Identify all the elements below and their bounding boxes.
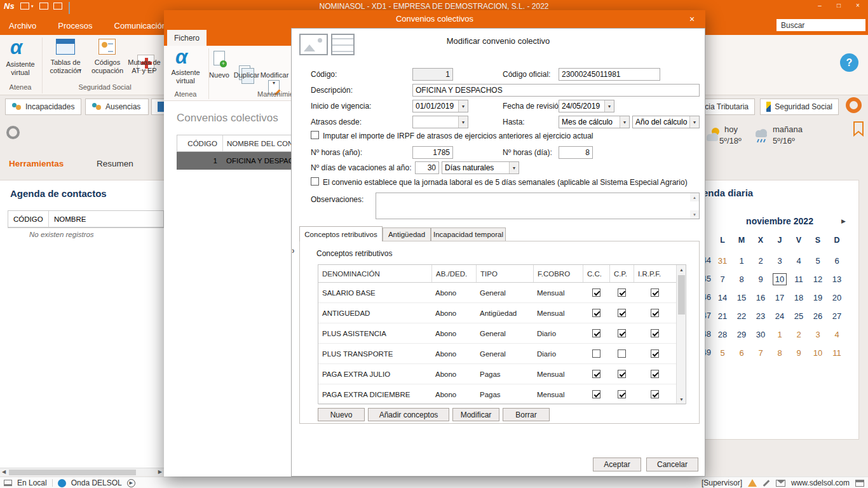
calendar-day[interactable]: 4 [827, 325, 846, 344]
tab-antiguedad[interactable]: Antigüedad [383, 227, 431, 241]
vacaciones-tipo-dropdown[interactable]: Días naturales ▾ [442, 161, 519, 174]
calendar-day[interactable]: 10 [770, 270, 789, 288]
cc-checkbox[interactable] [592, 390, 600, 398]
scrollbar-thumb[interactable] [678, 275, 685, 315]
caret-down-icon[interactable]: ▾ [689, 116, 699, 128]
asistente-virtual-button[interactable]: Asistente virtual [165, 69, 206, 85]
cc-checkbox[interactable] [592, 349, 600, 358]
calendar-day[interactable]: 24 [770, 307, 789, 325]
warning-icon[interactable] [748, 479, 757, 487]
calendar-day[interactable]: 2 [789, 325, 808, 344]
calendar-day[interactable]: 8 [732, 270, 751, 288]
scroll-left-icon[interactable]: ◀ [2, 469, 6, 475]
tab-incapacidad-temporal[interactable]: Incapacidad temporal [431, 227, 506, 241]
jornada-checkbox[interactable] [311, 177, 319, 186]
calendar-day[interactable]: 25 [789, 307, 808, 325]
onda-delsol-label[interactable]: Onda DELSOL [71, 478, 122, 487]
column-codigo[interactable]: CÓDIGO [177, 135, 223, 151]
calendar-day[interactable]: 12 [808, 270, 827, 288]
calendar-day[interactable]: 14 [713, 288, 732, 307]
asistente-virtual-button[interactable]: Asistente virtual [1, 60, 39, 77]
ausencias-button[interactable]: Ausencias [85, 98, 149, 115]
mutuas-button[interactable]: Mutuas de AT y EP [125, 58, 164, 75]
vacaciones-field[interactable]: 30 [415, 161, 439, 174]
calendar-day[interactable]: 22 [732, 307, 751, 325]
calendar-day[interactable]: 5 [808, 252, 827, 270]
horas-ano-field[interactable]: 1785 [412, 146, 453, 159]
irpf-checkbox[interactable] [651, 309, 659, 317]
column-ab-ded[interactable]: AB./DED. [431, 265, 476, 282]
pencil-icon[interactable] [763, 480, 770, 487]
menu-item[interactable]: Procesos [58, 21, 92, 30]
horizontal-scrollbar[interactable]: ◀ ▶ [0, 468, 164, 476]
incapacidades-button[interactable]: Incapacidades [5, 98, 81, 115]
imputar-checkbox[interactable] [311, 131, 319, 139]
calendar-day[interactable]: 21 [713, 307, 732, 325]
scrollbar-thumb[interactable] [9, 470, 136, 475]
atrasos-dropdown[interactable]: ▾ [412, 116, 468, 128]
print-icon[interactable] [855, 480, 864, 487]
calendar-day[interactable]: 6 [827, 252, 846, 270]
calendar-day[interactable]: 11 [827, 344, 846, 362]
calendar-day[interactable]: 18 [789, 288, 808, 307]
close-button[interactable]: × [849, 0, 867, 10]
minimize-button[interactable]: – [811, 0, 829, 10]
calendar-day[interactable]: 3 [770, 252, 789, 270]
irpf-checkbox[interactable] [651, 370, 659, 378]
irpf-checkbox[interactable] [651, 288, 659, 297]
tab-herramientas[interactable]: Herramientas [9, 159, 64, 168]
calendar-day[interactable]: 7 [713, 270, 732, 288]
calendar-day[interactable]: 19 [808, 288, 827, 307]
codigo-oficial-field[interactable]: 23000245011981 [559, 68, 660, 81]
vertical-scrollbar[interactable]: ▲ ▼ [676, 265, 686, 403]
tab-fichero[interactable]: Fichero [167, 30, 207, 46]
menu-item[interactable]: Archivo [9, 21, 36, 30]
mail-icon[interactable] [776, 480, 785, 487]
concepto-row[interactable]: SALARIO BASE Abono General Mensual [318, 283, 686, 303]
calendar-day[interactable]: 26 [808, 307, 827, 325]
hasta-mes-dropdown[interactable]: Mes de cálculo ▾ [559, 116, 630, 128]
calendar-day[interactable]: 6 [732, 344, 751, 362]
column-tipo[interactable]: TIPO [476, 265, 533, 282]
calendar-day[interactable]: 23 [751, 307, 770, 325]
column-cc[interactable]: C.C. [583, 265, 609, 282]
column-denominacion[interactable]: DENOMINACIÓN [318, 265, 431, 282]
website-link[interactable]: www.sdelsol.com [791, 478, 850, 487]
scroll-up-icon[interactable]: ▲ [677, 265, 686, 274]
tab-resumen[interactable]: Resumen [97, 159, 133, 168]
irpf-checkbox[interactable] [651, 390, 659, 398]
cp-checkbox[interactable] [618, 309, 626, 317]
modificar-concepto-button[interactable]: Modificar [452, 408, 499, 421]
caret-down-icon[interactable]: ▾ [604, 100, 614, 112]
concepto-row[interactable]: PLUS ASISTENCIA Abono General Diario [318, 323, 686, 344]
tab-conceptos-retributivos[interactable]: Conceptos retributivos [299, 226, 383, 241]
codigos-ocupacion-button[interactable]: Códigos ocupación [88, 58, 127, 75]
gear-icon[interactable] [6, 126, 20, 139]
calendar-day[interactable]: 11 [789, 270, 808, 288]
panel-expander-chevron[interactable]: › [292, 245, 295, 255]
play-icon[interactable]: ▶ [127, 479, 135, 487]
cancelar-button[interactable]: Cancelar [646, 458, 698, 471]
caret-down-icon[interactable]: ▾ [620, 116, 629, 128]
horas-dia-field[interactable]: 8 [559, 146, 593, 159]
cc-checkbox[interactable] [592, 288, 600, 297]
calendar-day[interactable]: 3 [808, 325, 827, 344]
calendar-day[interactable]: 13 [827, 270, 846, 288]
borrar-concepto-button[interactable]: Borrar [503, 408, 550, 421]
calendar-day[interactable]: 7 [751, 344, 770, 362]
cc-checkbox[interactable] [592, 309, 600, 317]
hasta-ano-dropdown[interactable]: Año del cálculo d ▾ [632, 116, 700, 128]
scroll-up-icon[interactable]: ▲ [690, 193, 699, 201]
calendar-day[interactable]: 17 [770, 288, 789, 307]
calendar-day[interactable]: 5 [713, 344, 732, 362]
irpf-checkbox[interactable] [651, 329, 659, 337]
modificar-button[interactable]: Modificar [257, 71, 292, 79]
calendar-day[interactable]: 30 [751, 325, 770, 344]
help-button[interactable]: ? [840, 53, 858, 72]
caret-down-icon[interactable]: ▾ [509, 162, 519, 173]
calendar-day[interactable]: 4 [789, 252, 808, 270]
column-cp[interactable]: C.P. [609, 265, 634, 282]
delsol-ring-button[interactable] [846, 97, 862, 113]
calendar-day[interactable]: 15 [732, 288, 751, 307]
calendar-day[interactable]: 29 [732, 325, 751, 344]
